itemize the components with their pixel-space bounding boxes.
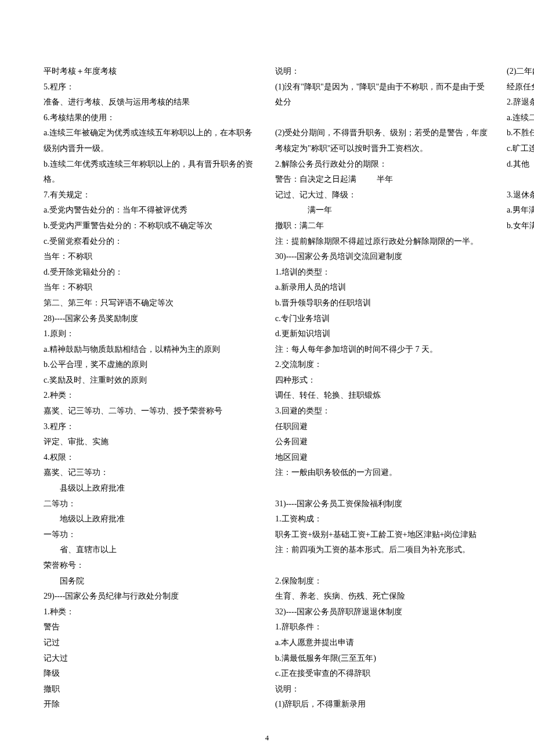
text-line: (2)二年内到与原机关有隶属关系的企业或事业单位任职，须经原任免机关批准 <box>507 64 534 95</box>
text-line: 7.有关规定： <box>44 188 259 203</box>
text-line: 省、直辖市以上 <box>44 542 259 558</box>
text-line: b.受党内严重警告处分的：不称职或不确定等次 <box>44 218 259 234</box>
text-line: 1.种类： <box>44 604 259 620</box>
text-line: 3.回避的类型： <box>275 404 490 419</box>
text-line: 警告 <box>44 620 259 635</box>
text-line: 第二、第三年：只写评语不确定等次 <box>44 296 259 311</box>
text-line: c.专门业务培训 <box>275 311 490 327</box>
column-left: 平时考核＋年度考核5.程序：准备、进行考核、反馈与运用考核的结果6.考核结果的使… <box>44 64 534 726</box>
text-line: 地级以上政府批准 <box>44 512 259 527</box>
text-line: 说明： <box>275 682 490 697</box>
text-line: 调任、转任、轮换、挂职锻炼 <box>275 388 490 404</box>
text-line: a.连续二年不称职 <box>507 110 534 126</box>
text-line: 职务工资+级别+基础工资+工龄工资+地区津贴+岗位津贴 <box>275 527 490 543</box>
text-line: a.受党内警告处分的：当年不得被评优秀 <box>44 203 259 218</box>
text-line: 一等功： <box>44 527 259 543</box>
text-line: 平时考核＋年度考核 <box>44 64 259 80</box>
text-line: 撤职 <box>44 682 259 697</box>
text-line: 29)----国家公务员纪律与行政处分制度 <box>44 589 259 604</box>
text-line: 注：每人每年参加培训的时间不得少于 7 天。 <box>275 342 490 358</box>
text-line: a.连续三年被确定为优秀或连续五年称职以上的，在本职务级别内晋升一级。 <box>44 125 259 156</box>
text-line: (2)受处分期间，不得晋升职务、级别；若受的是警告，年度考核定为"称职"还可以按… <box>275 125 490 156</box>
document-page: 平时考核＋年度考核5.程序：准备、进行考核、反馈与运用考核的结果6.考核结果的使… <box>0 0 534 756</box>
text-line: c.奖励及时、注重时效的原则 <box>44 373 259 388</box>
text-line: 2.辞退条件： <box>507 95 534 110</box>
text-line: b.满最低服务年限(三至五年) <box>275 651 490 667</box>
text-line: 警告：自决定之日起满 半年 <box>275 172 490 188</box>
text-line: 国务院 <box>44 574 259 589</box>
text-line: 2.保险制度： <box>275 574 490 589</box>
text-line: 记过 <box>44 635 259 651</box>
text-line: 注：提前解除期限不得超过原行政处分解除期限的一半。 <box>275 234 490 250</box>
text-line: 记大过 <box>44 651 259 667</box>
text-line: b.连续二年优秀或连续三年称职以上的，具有晋升职务的资格。 <box>44 157 259 188</box>
text-line: 1.工资构成： <box>275 512 490 527</box>
text-line: 1.原则： <box>44 326 259 342</box>
text-line: a.精神鼓励与物质鼓励相结合，以精神为主的原则 <box>44 342 259 358</box>
text-line: 32)----国家公务员辞职辞退退休制度 <box>275 604 490 620</box>
text-line: 当年：不称职 <box>44 280 259 296</box>
text-line: 31)----国家公务员工资保险福利制度 <box>275 496 490 512</box>
text-line: 注：一般由职务较低的一方回避。 <box>275 465 490 481</box>
text-line <box>275 481 490 496</box>
text-line: 评定、审批、实施 <box>44 434 259 450</box>
text-line: d.受开除党籍处分的： <box>44 265 259 280</box>
text-line: 开除 <box>44 697 259 712</box>
text-line: 2.种类： <box>44 388 259 404</box>
text-line: d.更新知识培训 <box>275 326 490 342</box>
text-line: 公务回避 <box>275 434 490 450</box>
text-line: 记过、记大过、降级： <box>275 188 490 203</box>
text-line: b.女年满 55 岁 <box>507 218 534 234</box>
text-line: a.新录用人员的培训 <box>275 280 490 296</box>
text-line: 降级 <box>44 666 259 682</box>
text-line: 嘉奖、记三等功： <box>44 465 259 481</box>
text-line: (1)没有"降职"是因为，"降职"是由于不称职，而不是由于受处分 <box>275 80 490 110</box>
text-line: 县级以上政府批准 <box>44 481 259 496</box>
text-line: 3.退休条件： <box>507 188 534 203</box>
text-line: a.本人愿意并提出申请 <box>275 635 490 651</box>
text-line: 5.程序： <box>44 80 259 95</box>
text-line: 当年：不称职 <box>44 249 259 265</box>
page-number: 4 <box>0 731 534 746</box>
text-line: 撤职：满二年 <box>275 218 490 234</box>
text-line: 1.培训的类型： <box>275 265 490 280</box>
text-line: c.正在接受审查的不得辞职 <box>275 666 490 682</box>
text-line <box>275 558 490 574</box>
text-line: c.受留党察看处分的： <box>44 234 259 250</box>
text-line: b.公平合理，奖不虚施的原则 <box>44 357 259 373</box>
text-line: a.男年满 60 岁 <box>507 203 534 218</box>
text-line: 1.辞职条件： <box>275 620 490 635</box>
text-line: 2.解除公务员行政处分的期限： <box>275 157 490 172</box>
text-line: 荣誉称号： <box>44 558 259 574</box>
text-line <box>507 172 534 188</box>
text-line: 28)----国家公务员奖励制度 <box>44 311 259 327</box>
text-line: 四种形式： <box>275 373 490 388</box>
text-line: 6.考核结果的使用： <box>44 110 259 126</box>
text-line: 地区回避 <box>275 450 490 466</box>
text-line: c.旷工连续超过 15 年，或一年内累计超过 30 年 <box>507 141 534 157</box>
text-line: 嘉奖、记三等功、二等功、一等功、授予荣誉称号 <box>44 404 259 419</box>
text-line: (1)辞职后，不得重新录用 <box>275 697 490 712</box>
text-line: b.不胜任现职又不接受其他安排的 <box>507 125 534 141</box>
two-column-body: 平时考核＋年度考核5.程序：准备、进行考核、反馈与运用考核的结果6.考核结果的使… <box>44 64 490 726</box>
text-line: b.晋升领导职务的任职培训 <box>275 296 490 311</box>
text-line: 2.交流制度： <box>275 357 490 373</box>
text-line: 任职回避 <box>275 419 490 435</box>
text-line: 二等功： <box>44 496 259 512</box>
text-line: 说明： <box>275 64 490 80</box>
text-line: 准备、进行考核、反馈与运用考核的结果 <box>44 95 259 110</box>
text-line: 注：前四项为工资的基本形式。后二项目为补充形式。 <box>275 542 490 558</box>
text-line: d.其他 <box>507 157 534 172</box>
text-line <box>275 110 490 126</box>
text-line: 生育、养老、疾病、伤残、死亡保险 <box>275 589 490 604</box>
text-line: 4.权限： <box>44 450 259 466</box>
text-line: 3.程序： <box>44 419 259 435</box>
text-line: 满一年 <box>275 203 490 218</box>
text-line: 30)----国家公务员培训交流回避制度 <box>275 249 490 265</box>
